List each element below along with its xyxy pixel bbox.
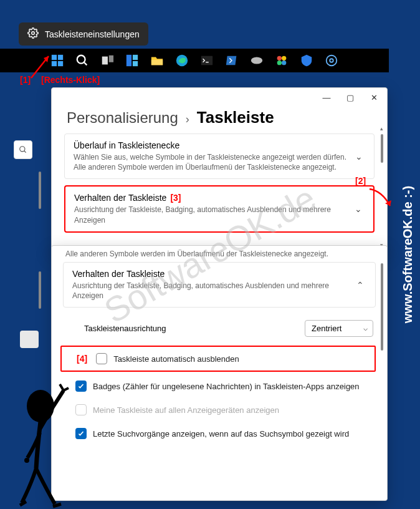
svg-line-24 <box>24 151 26 153</box>
option-badges[interactable]: Badges (Zähler für ungelesene Nachrichte… <box>52 374 387 398</box>
truncated-text: Alle anderen Symbole werden im Überlaufm… <box>52 246 387 262</box>
panel-overflow[interactable]: Überlauf in Taskleistenecke Wählen Sie a… <box>64 133 375 179</box>
option-multimonitor[interactable]: Meine Taskleiste auf allen Anzeigegeräte… <box>52 398 387 422</box>
context-menu-label: Taskleisteneinstellungen <box>45 29 140 39</box>
minimize-button[interactable]: — <box>322 93 331 102</box>
svg-point-23 <box>20 147 25 152</box>
stick-figure <box>6 372 81 509</box>
svg-point-26 <box>24 458 29 463</box>
svg-rect-4 <box>58 61 63 66</box>
gear-icon <box>27 27 39 41</box>
search-icon[interactable] <box>75 54 89 67</box>
scrollbar-thumb[interactable] <box>381 134 383 163</box>
chevron-right-icon: › <box>186 113 189 126</box>
annotation-3: [3] <box>170 193 181 203</box>
chevron-up-icon: ⌃ <box>354 280 366 290</box>
svg-rect-2 <box>58 55 63 60</box>
tool-icon[interactable] <box>250 54 264 67</box>
explorer-icon[interactable] <box>150 54 164 67</box>
defender-icon[interactable] <box>300 54 313 67</box>
svg-rect-7 <box>102 57 108 65</box>
breadcrumb-current: Taskleiste <box>197 108 274 127</box>
option-label: Meine Taskleiste auf allen Anzeigegeräte… <box>93 405 279 415</box>
panel-desc: Ausrichtung der Taskleiste, Badging, aut… <box>72 281 354 301</box>
alignment-label: Taskleistenausrichtung <box>84 324 166 333</box>
option-label: Taskleiste automatisch ausblenden <box>113 354 239 364</box>
panel-desc: Wählen Sie aus, welche Symbole in der Ta… <box>74 152 353 172</box>
alignment-row: Taskleistenausrichtung Zentriert <box>52 314 387 343</box>
panel-behavior[interactable]: Verhalten der Taskleiste[3] Ausrichtung … <box>64 185 375 232</box>
search-sidebar-stub[interactable] <box>14 140 32 159</box>
taskview-icon[interactable] <box>100 54 114 67</box>
settings-icon[interactable] <box>325 54 338 67</box>
option-label: Letzte Suchvorgänge anzeigen, wenn auf d… <box>93 429 349 439</box>
svg-point-17 <box>277 56 282 61</box>
panel-title: Überlauf in Taskleistenecke <box>74 140 353 150</box>
svg-rect-11 <box>133 61 138 66</box>
settings-window-1: — ▢ ✕ Personalisierung › Taskleiste Über… <box>51 87 388 253</box>
panel-desc: Ausrichtung der Taskleiste, Badging, aut… <box>74 205 352 225</box>
chevron-down-icon: ⌄ <box>352 204 365 214</box>
breadcrumb-parent[interactable]: Personalisierung <box>67 109 178 127</box>
svg-line-6 <box>84 62 87 65</box>
annotation-1: [1] <box>20 75 31 85</box>
close-button[interactable]: ✕ <box>370 93 378 102</box>
edge-icon[interactable] <box>175 54 189 67</box>
sidebar-scroll[interactable] <box>39 165 42 240</box>
taskbar <box>0 49 389 72</box>
taskbar-context-menu-item[interactable]: Taskleisteneinstellungen <box>19 22 148 46</box>
alignment-select[interactable]: Zentriert <box>305 320 373 337</box>
svg-point-0 <box>32 32 35 35</box>
svg-rect-8 <box>109 56 113 62</box>
svg-rect-12 <box>151 60 163 65</box>
svg-point-16 <box>251 57 262 64</box>
svg-point-19 <box>277 61 282 65</box>
powershell-icon[interactable] <box>225 54 239 67</box>
svg-point-18 <box>282 56 286 61</box>
chevron-down-icon: ⌄ <box>353 152 365 162</box>
annotation-1-text: [Rechts-Klick] <box>41 75 100 85</box>
svg-rect-9 <box>126 55 131 66</box>
side-watermark: www.SoftwareOK.de :-) <box>401 186 415 323</box>
svg-rect-14 <box>201 56 212 65</box>
panel-title: Verhalten der Taskleiste[3] <box>74 193 352 203</box>
breadcrumb: Personalisierung › Taskleiste <box>52 107 387 133</box>
panel-title: Verhalten der Taskleiste <box>72 269 354 279</box>
panel-behavior-expanded[interactable]: Verhalten der Taskleiste Ausrichtung der… <box>63 262 376 308</box>
widgets-icon[interactable] <box>125 54 139 67</box>
checkbox-unchecked[interactable] <box>96 353 107 364</box>
scrollbar-thumb[interactable] <box>381 263 383 351</box>
terminal-icon[interactable] <box>200 54 214 67</box>
sidebar-scroll-2[interactable] <box>39 265 42 327</box>
option-recent-search[interactable]: Letzte Suchvorgänge anzeigen, wenn auf d… <box>52 422 387 445</box>
app-icon[interactable] <box>275 54 289 67</box>
svg-point-20 <box>282 61 286 65</box>
option-label: Badges (Zähler für ungelesene Nachrichte… <box>93 382 360 391</box>
scroll-up-icon[interactable]: ▴ <box>378 125 384 132</box>
annotation-4: [4] <box>77 354 87 364</box>
annotation-2: [2] <box>355 176 366 186</box>
sidebar-stub-2 <box>20 331 39 348</box>
annotation-arrow-2 <box>366 186 398 214</box>
maximize-button[interactable]: ▢ <box>346 93 355 102</box>
settings-window-2: Alle anderen Symbole werden im Überlaufm… <box>51 245 388 501</box>
window-titlebar: — ▢ ✕ <box>52 88 387 107</box>
option-autohide[interactable]: [4] Taskleiste automatisch ausblenden <box>60 346 376 372</box>
svg-point-22 <box>327 56 337 66</box>
svg-rect-10 <box>133 55 138 60</box>
svg-point-21 <box>330 59 333 62</box>
svg-point-25 <box>27 390 54 422</box>
svg-point-5 <box>77 56 85 64</box>
